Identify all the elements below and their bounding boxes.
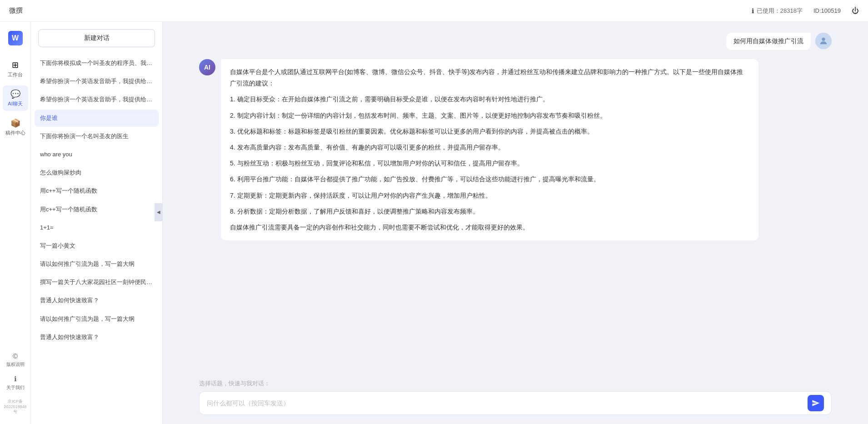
user-avatar (815, 33, 832, 49)
ai-message-content: 自媒体平台是个人或团队通过互联网平台(如博客、微博、微信公众号、抖音、快手等)发… (221, 59, 758, 240)
history-item[interactable]: 用c++写一个随机函数 (35, 182, 159, 200)
about-label: 关于我们 (6, 384, 25, 391)
left-nav: W ⊞ 工作台 💬 AI聊天 📦 稿件中心 © 版权说明 ℹ 关于我们 京ICP… (0, 22, 31, 424)
new-chat-button[interactable]: 新建对话 (38, 29, 155, 47)
input-box-wrapper (199, 391, 832, 415)
workbench-icon: ⊞ (12, 60, 19, 70)
workbench-label: 工作台 (8, 71, 23, 78)
topbar: 微撰 ℹ 已使用：28318字 ID:100519 ⏻ (0, 0, 868, 22)
ai-paragraph: 7. 定期更新：定期更新内容，保持活跃度，可以让用户对你的内容产生兴趣，增加用户… (230, 190, 749, 201)
svg-point-0 (822, 38, 825, 41)
chat-messages: 如何用自媒体做推广引流 AI 自媒体平台是个人或团队通过互联网平台(如博客、微博… (163, 22, 868, 372)
quick-topics-label: 选择话题，快速与我对话： (199, 379, 832, 388)
usage-text: 已使用：28318字 (757, 7, 803, 15)
logo[interactable]: W (8, 31, 23, 45)
history-item[interactable]: 写一篇小黄文 (35, 237, 159, 254)
usage-info: ℹ 已使用：28318字 (752, 7, 803, 15)
chat-input-area: 选择话题，快速与我对话： (163, 372, 868, 424)
history-item[interactable]: who are you (35, 146, 159, 163)
user-message: 如何用自媒体做推广引流 (199, 33, 832, 50)
history-item[interactable]: 撰写一篇关于八大家花园社区一刻钟便民生... (35, 274, 159, 291)
collapse-sidebar-button[interactable]: ◀ (155, 203, 163, 221)
copyright-label: 版权说明 (6, 361, 25, 368)
history-item[interactable]: 请以如何推广引流为题，写一篇大纲 (35, 255, 159, 273)
sidebar-item-ai-chat[interactable]: 💬 AI聊天 (3, 85, 28, 111)
ai-paragraph: 自媒体平台是个人或团队通过互联网平台(如博客、微博、微信公众号、抖音、快手等)发… (230, 66, 749, 89)
logo-icon: W (8, 31, 23, 45)
history-list: 下面你将模拟成一个叫圣友的程序员、我说...希望你扮演一个英语发音助手，我提供给… (31, 55, 162, 424)
info-icon: ℹ (752, 7, 754, 15)
user-message-content: 如何用自媒体做推广引流 (726, 33, 811, 50)
ai-paragraph: 1. 确定目标受众：在开始自媒体推广引流之前，需要明确目标受众是谁，以便在发布内… (230, 94, 749, 105)
ai-paragraph: 5. 与粉丝互动：积极与粉丝互动，回复评论和私信，可以增加用户对你的认可和信任，… (230, 158, 749, 169)
icp-text: 京ICP备2022015948号 (0, 399, 30, 415)
chat-input[interactable] (207, 395, 808, 411)
copyright-icon: © (13, 352, 18, 360)
components-icon: 📦 (10, 118, 20, 128)
ai-message: AI 自媒体平台是个人或团队通过互联网平台(如博客、微博、微信公众号、抖音、快手… (199, 59, 832, 240)
ai-avatar: AI (199, 59, 215, 75)
ai-chat-icon: 💬 (10, 89, 20, 99)
components-label: 稿件中心 (5, 130, 25, 136)
ai-paragraph: 自媒体推广引流需要具备一定的内容创作和社交能力，同时也需要不断尝试和优化，才能取… (230, 222, 749, 233)
history-item[interactable]: 希望你扮演一个英语发音助手，我提供给你... (35, 73, 159, 90)
history-item[interactable]: 希望你扮演一个英语发音助手，我提供给你... (35, 91, 159, 108)
history-item[interactable]: 1+1= (35, 219, 159, 236)
ai-paragraph: 3. 优化标题和标签：标题和标签是吸引粉丝的重要因素。优化标题和标签可以让更多的… (230, 126, 749, 137)
history-item[interactable]: 普通人如何快速致富？ (35, 329, 159, 346)
history-sidebar: 新建对话 下面你将模拟成一个叫圣友的程序员、我说...希望你扮演一个英语发音助手… (31, 22, 163, 424)
about-icon: ℹ (14, 375, 17, 383)
history-item[interactable]: 普通人如何快速致富？ (35, 292, 159, 309)
chat-area: 如何用自媒体做推广引流 AI 自媒体平台是个人或团队通过互联网平台(如博客、微博… (163, 22, 868, 424)
ai-paragraph: 6. 利用平台推广功能：自媒体平台都提供了推广功能，如广告投放、付费推广等，可以… (230, 174, 749, 185)
history-item[interactable]: 请以如何推广引流为题，写一篇大纲 (35, 310, 159, 328)
topbar-right: ℹ 已使用：28318字 ID:100519 ⏻ (752, 7, 859, 15)
history-item[interactable]: 怎么做狗屎炒肉 (35, 164, 159, 181)
logout-icon[interactable]: ⏻ (852, 7, 859, 15)
ai-paragraph: 4. 发布高质量内容：发布高质量、有价值、有趣的内容可以吸引更多的粉丝，并提高用… (230, 142, 749, 153)
history-item[interactable]: 下面你将模拟成一个叫圣友的程序员、我说... (35, 55, 159, 72)
ai-chat-label: AI聊天 (8, 100, 22, 107)
history-item[interactable]: 用c++写一个随机函数 (35, 201, 159, 218)
history-item[interactable]: 你是谁 (35, 110, 159, 127)
ai-paragraph: 8. 分析数据：定期分析数据，了解用户反馈和喜好，以便调整推广策略和内容发布频率… (230, 206, 749, 217)
sidebar-item-about[interactable]: ℹ 关于我们 (3, 372, 28, 394)
main-layout: W ⊞ 工作台 💬 AI聊天 📦 稿件中心 © 版权说明 ℹ 关于我们 京ICP… (0, 22, 868, 424)
history-item[interactable]: 下面你将扮演一个名叫圣友的医生 (35, 128, 159, 145)
sidebar-item-copyright[interactable]: © 版权说明 (3, 349, 28, 370)
sidebar-item-workbench[interactable]: ⊞ 工作台 (3, 56, 28, 82)
id-label: ID:100519 (813, 7, 841, 14)
ai-paragraph: 2. 制定内容计划：制定一份详细的内容计划，包括发布时间、频率、主题、文案、图片… (230, 110, 749, 121)
sidebar-item-components[interactable]: 📦 稿件中心 (3, 115, 28, 140)
send-button[interactable] (808, 395, 824, 411)
topbar-title: 微撰 (9, 6, 23, 15)
left-nav-bottom: © 版权说明 ℹ 关于我们 京ICP备2022015948号 (0, 349, 30, 415)
